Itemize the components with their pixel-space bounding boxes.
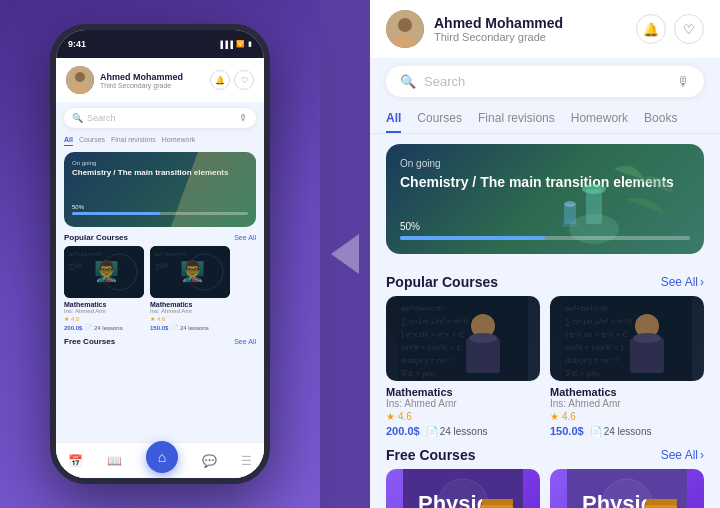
phone-nav-book-icon[interactable]: 📖	[107, 454, 122, 468]
svg-point-20	[564, 201, 576, 207]
phone-free-see-all[interactable]: See All	[234, 338, 256, 345]
phone-course-lessons-1: 📄 24 lessons	[85, 324, 122, 331]
phone-course-name-1: Mathematics	[64, 301, 144, 308]
phone-popular-see-all[interactable]: See All	[234, 234, 256, 241]
svg-text:∑ n=1∞ 1/n² = π²/6: ∑ n=1∞ 1/n² = π²/6	[565, 317, 633, 326]
physics-thumbnail-1: Physics	[386, 469, 540, 508]
phone-search-icon: 🔍	[72, 113, 83, 123]
right-tab-revisions[interactable]: Final revisions	[478, 105, 555, 133]
battery-icon: ▮	[248, 40, 252, 48]
phone-status-bar: 9:41 ▐▐▐ 🛜 ▮	[56, 30, 264, 58]
svg-point-1	[75, 72, 85, 82]
right-tab-courses[interactable]: Courses	[417, 105, 462, 133]
phone-course-card-2[interactable]: ax²+bx+c=0 ∑∫∂∇ 👨‍🏫 Mathematics Ins: Ahm…	[150, 246, 230, 331]
phone-course-meta-2: 150.0$ 📄 24 lessons	[150, 324, 230, 331]
phone-course-thumb-inner-2: ax²+bx+c=0 ∑∫∂∇ 👨‍🏫	[150, 246, 230, 298]
right-header-icons: 🔔 ♡	[636, 14, 704, 44]
phone-user-grade: Third Secondary grade	[100, 82, 210, 89]
phone-nav-calendar-icon[interactable]: 📅	[68, 454, 83, 468]
right-course-ins-1: Ins: Ahmed Amr	[386, 398, 540, 409]
phone-free-title: Free Courses	[64, 337, 115, 346]
svg-text:∫ e^x dx = e^x + C: ∫ e^x dx = e^x + C	[564, 330, 629, 339]
right-free-header: Free Courses See All ›	[370, 437, 720, 469]
right-progress-label: 50%	[400, 221, 690, 232]
phone-tab-homework[interactable]: Homework	[162, 134, 195, 146]
right-popular-header: Popular Courses See All ›	[370, 264, 720, 296]
phone-device: 9:41 ▐▐▐ 🛜 ▮	[50, 24, 270, 484]
svg-text:👨‍🏫: 👨‍🏫	[94, 259, 119, 283]
right-free-see-all[interactable]: See All ›	[661, 448, 704, 462]
see-all-label-popular: See All	[661, 275, 698, 289]
course-thumbnail-svg-2: ax²+bx+c=0 ∑∫∂∇ 👨‍🏫	[150, 246, 230, 298]
right-tab-all[interactable]: All	[386, 105, 401, 133]
svg-point-14	[398, 18, 412, 32]
right-rating-num-1: 4.6	[398, 411, 412, 422]
right-notification-button[interactable]: 🔔	[636, 14, 666, 44]
phone-progress-label: 50%	[72, 204, 248, 210]
svg-text:d/dx[xⁿ] = nxⁿ⁻¹: d/dx[xⁿ] = nxⁿ⁻¹	[565, 356, 619, 365]
phone-nav-chat-icon[interactable]: 💬	[202, 454, 217, 468]
right-course-meta-2: 150.0$ 📄 24 lessons	[550, 425, 704, 437]
right-course-thumbnail-svg-1: ax²+bx+c=0 ∑ n=1∞ 1/n² = π²/6 ∫ e^x dx =…	[386, 296, 540, 381]
phone-popular-header: Popular Courses See All	[56, 227, 264, 246]
phone-tab-all[interactable]: All	[64, 134, 73, 146]
phone-nav-menu-icon[interactable]: ☰	[241, 454, 252, 468]
right-tab-homework[interactable]: Homework	[571, 105, 628, 133]
right-star-icon-1: ★	[386, 411, 395, 422]
see-all-chevron-popular: ›	[700, 275, 704, 289]
right-free-card-1[interactable]: Physics	[386, 469, 540, 508]
right-free-thumb-1: Physics	[386, 469, 540, 508]
phone-mockup-container: 9:41 ▐▐▐ 🛜 ▮	[0, 0, 320, 508]
right-banner: On going Chemistry / The main transition…	[386, 144, 704, 254]
phone-nav-home-button[interactable]: ⌂	[146, 441, 178, 473]
phone-notification-button[interactable]: 🔔	[210, 70, 230, 90]
right-course-name-2: Mathematics	[550, 386, 704, 398]
back-chevron-area	[320, 0, 370, 508]
svg-text:ax²+bx+c=0: ax²+bx+c=0	[565, 304, 608, 313]
phone-course-ins-2: Ins: Ahmed Amr	[150, 308, 230, 314]
right-search-bar[interactable]: 🔍 Search 🎙	[386, 66, 704, 97]
phone-tab-courses[interactable]: Courses	[79, 134, 105, 146]
back-chevron-icon[interactable]	[331, 234, 359, 274]
right-tab-books[interactable]: Books	[644, 105, 677, 133]
phone-free-header: Free Courses See All	[56, 331, 264, 350]
phone-screen: 9:41 ▐▐▐ 🛜 ▮	[56, 30, 264, 478]
phone-content: Ahmed Mohammed Third Secondary grade 🔔 ♡…	[56, 58, 264, 478]
svg-text:∑∫∂∇: ∑∫∂∇	[155, 263, 169, 270]
svg-text:∇·E = ρ/ε₀: ∇·E = ρ/ε₀	[400, 369, 436, 378]
right-free-section: Free Courses See All › Physics	[370, 437, 720, 508]
right-free-card-2[interactable]: Physics	[550, 469, 704, 508]
phone-header-icons: 🔔 ♡	[210, 70, 254, 90]
right-course-card-1[interactable]: ax²+bx+c=0 ∑ n=1∞ 1/n² = π²/6 ∫ e^x dx =…	[386, 296, 540, 437]
phone-favorite-button[interactable]: ♡	[234, 70, 254, 90]
lessons-icon-1: 📄	[426, 426, 438, 437]
right-tabs: All Courses Final revisions Homework Boo…	[370, 105, 720, 134]
right-panel: Ahmed Mohammed Third Secondary grade 🔔 ♡…	[370, 0, 720, 508]
phone-courses-row: ax²+bx+c=0 ∑∫∂∇ 👨‍🏫 Mathematics Ins: Ahm…	[56, 246, 264, 331]
phone-tab-revisions[interactable]: Final revisions	[111, 134, 156, 146]
phone-user-info: Ahmed Mohammed Third Secondary grade	[100, 72, 210, 89]
right-course-ins-2: Ins: Ahmed Amr	[550, 398, 704, 409]
phone-course-thumb-inner-1: ax²+bx+c=0 ∑∫∂∇ 👨‍🏫	[64, 246, 144, 298]
phone-avatar	[66, 66, 94, 94]
right-star-icon-2: ★	[550, 411, 559, 422]
phone-popular-title: Popular Courses	[64, 233, 128, 242]
svg-rect-46	[482, 499, 513, 505]
phone-course-card-1[interactable]: ax²+bx+c=0 ∑∫∂∇ 👨‍🏫 Mathematics Ins: Ahm…	[64, 246, 144, 331]
lessons-icon-2: 📄	[590, 426, 602, 437]
right-progress-bar	[400, 236, 690, 240]
right-favorite-button[interactable]: ♡	[674, 14, 704, 44]
svg-text:∇·E = ρ/ε₀: ∇·E = ρ/ε₀	[564, 369, 600, 378]
star-icon-2: ★	[150, 315, 155, 322]
right-course-card-2[interactable]: ax²+bx+c=0 ∑ n=1∞ 1/n² = π²/6 ∫ e^x dx =…	[550, 296, 704, 437]
svg-text:ax²+bx+c=0: ax²+bx+c=0	[401, 304, 444, 313]
right-free-courses-row: Physics	[370, 469, 720, 508]
svg-point-30	[469, 333, 497, 343]
right-mic-icon: 🎙	[677, 74, 690, 89]
phone-progress-fill	[72, 212, 160, 215]
phone-search-bar[interactable]: 🔍 Search 🎙	[64, 108, 256, 128]
phone-banner-progress: 50%	[72, 204, 248, 215]
right-popular-see-all[interactable]: See All ›	[661, 275, 704, 289]
right-courses-row: ax²+bx+c=0 ∑ n=1∞ 1/n² = π²/6 ∫ e^x dx =…	[370, 296, 720, 437]
phone-search-placeholder: Search	[87, 113, 235, 123]
